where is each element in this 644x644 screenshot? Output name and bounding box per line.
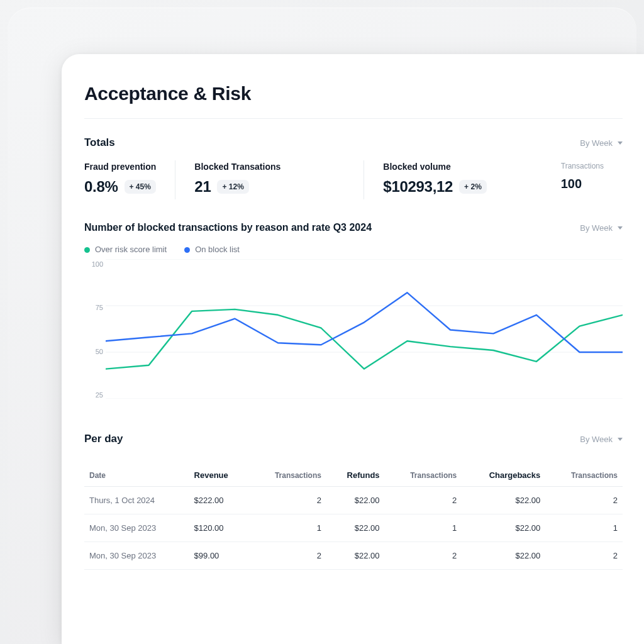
line-chart: 100 75 50 25 bbox=[84, 259, 623, 416]
cell-date: Mon, 30 Sep 2023 bbox=[84, 542, 189, 570]
stat-blocked-value: 21 bbox=[194, 178, 211, 196]
cell-tx: 2 bbox=[249, 542, 326, 570]
cell-tx: 2 bbox=[545, 487, 623, 514]
perday-header: Per day By Week bbox=[84, 433, 623, 445]
cell-revenue: $99.00 bbox=[189, 542, 250, 570]
dot-icon bbox=[184, 247, 190, 253]
cell-tx: 2 bbox=[249, 487, 326, 514]
caret-down-icon bbox=[618, 142, 623, 145]
stat-fraud-value: 0.8% bbox=[84, 178, 118, 196]
stat-volume: Blocked volume $10293,12 + 2% Transactio… bbox=[364, 160, 623, 199]
dashboard-card: Acceptance & Risk Totals By Week Fraud p… bbox=[62, 54, 644, 644]
legend-label-b: On block list bbox=[195, 245, 240, 254]
ytick: 100 bbox=[82, 260, 103, 268]
caret-down-icon bbox=[618, 226, 623, 230]
cell-chargebacks: $22.00 bbox=[462, 514, 545, 542]
divider bbox=[84, 118, 623, 119]
ytick: 50 bbox=[82, 348, 103, 355]
chart-title: Number of blocked transactions by reason… bbox=[84, 222, 372, 233]
table-row: Mon, 30 Sep 2023$120.001$22.001$22.001 bbox=[84, 514, 623, 542]
col-tx1: Transactions bbox=[249, 464, 326, 487]
totals-label: Totals bbox=[84, 136, 115, 149]
stat-volume-label: Blocked volume bbox=[383, 162, 486, 172]
cell-tx: 1 bbox=[385, 514, 462, 542]
perday-label: Per day bbox=[84, 433, 123, 445]
col-revenue: Revenue bbox=[189, 464, 250, 487]
stat-blocked-delta: + 12% bbox=[217, 180, 248, 194]
perday-range-label: By Week bbox=[580, 435, 613, 444]
cell-date: Thurs, 1 Oct 2024 bbox=[84, 487, 189, 514]
col-date: Date bbox=[84, 464, 189, 487]
stat-tx-label: Transactions bbox=[561, 162, 604, 170]
cell-chargebacks: $22.00 bbox=[462, 542, 545, 570]
ytick: 75 bbox=[82, 304, 103, 311]
ytick: 25 bbox=[82, 391, 103, 399]
chart-legend: Over risk score limit On block list bbox=[84, 245, 644, 254]
cell-revenue: $222.00 bbox=[189, 487, 250, 514]
table-row: Thurs, 1 Oct 2024$222.002$22.002$22.002 bbox=[84, 487, 623, 514]
cell-refunds: $22.00 bbox=[326, 487, 385, 514]
totals-range-label: By Week bbox=[580, 138, 613, 148]
col-chargebacks: Chargebacks bbox=[462, 464, 545, 487]
legend-label-a: Over risk score limit bbox=[95, 245, 167, 254]
perday-table: Date Revenue Transactions Refunds Transa… bbox=[84, 464, 623, 570]
stat-blocked: Blocked Transations 21 + 12% bbox=[175, 160, 364, 199]
chart-header: Number of blocked transactions by reason… bbox=[84, 222, 623, 233]
cell-tx: 1 bbox=[249, 514, 326, 542]
chart-plot bbox=[106, 259, 623, 399]
legend-item-block-list: On block list bbox=[184, 245, 240, 254]
stat-blocked-label: Blocked Transations bbox=[194, 162, 345, 172]
col-refunds: Refunds bbox=[326, 464, 385, 487]
stat-tx-value: 100 bbox=[561, 177, 604, 191]
totals-range-selector[interactable]: By Week bbox=[580, 138, 623, 148]
totals-header: Totals By Week bbox=[84, 136, 623, 149]
cell-tx: 2 bbox=[385, 487, 462, 514]
table-row: Mon, 30 Sep 2023$99.002$22.002$22.002 bbox=[84, 542, 623, 570]
col-tx2: Transactions bbox=[385, 464, 462, 487]
legend-item-over-risk: Over risk score limit bbox=[84, 245, 167, 254]
chart-svg bbox=[106, 259, 623, 399]
stat-fraud-delta: + 45% bbox=[125, 180, 156, 194]
stat-fraud: Fraud prevention 0.8% + 45% bbox=[84, 160, 175, 199]
dot-icon bbox=[84, 247, 90, 253]
col-tx3: Transactions bbox=[545, 464, 623, 487]
chart-yticks: 100 75 50 25 bbox=[82, 259, 103, 416]
cell-refunds: $22.00 bbox=[326, 514, 385, 542]
cell-date: Mon, 30 Sep 2023 bbox=[84, 514, 189, 542]
page-title: Acceptance & Risk bbox=[84, 83, 644, 104]
stat-volume-value: $10293,12 bbox=[383, 178, 453, 196]
cell-tx: 2 bbox=[545, 542, 623, 570]
perday-range-selector[interactable]: By Week bbox=[580, 435, 623, 444]
cell-revenue: $120.00 bbox=[189, 514, 250, 542]
chart-range-selector[interactable]: By Week bbox=[580, 223, 623, 233]
table-header-row: Date Revenue Transactions Refunds Transa… bbox=[84, 464, 623, 487]
caret-down-icon bbox=[618, 438, 623, 441]
cell-tx: 2 bbox=[385, 542, 462, 570]
stat-volume-delta: + 2% bbox=[459, 180, 487, 194]
cell-tx: 1 bbox=[545, 514, 623, 542]
chart-range-label: By Week bbox=[580, 223, 613, 233]
stat-fraud-label: Fraud prevention bbox=[84, 162, 156, 172]
cell-chargebacks: $22.00 bbox=[462, 487, 545, 514]
cell-refunds: $22.00 bbox=[326, 542, 385, 570]
totals-stats: Fraud prevention 0.8% + 45% Blocked Tran… bbox=[84, 160, 623, 199]
